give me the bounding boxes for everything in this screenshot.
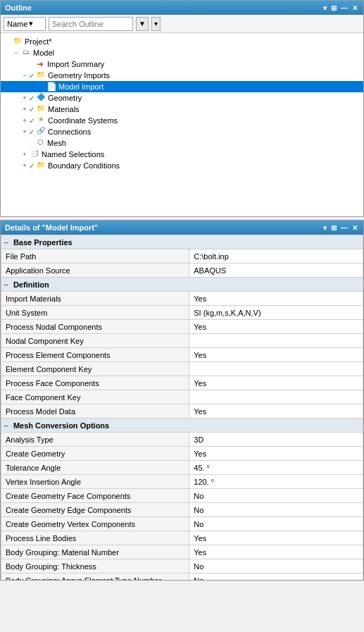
row-process-face: Process Face Components Yes bbox=[1, 376, 363, 390]
prop-value-element-key[interactable] bbox=[189, 362, 363, 376]
tree-item-connections[interactable]: + ✓ 🔗 Connections bbox=[1, 126, 363, 137]
row-create-geometry: Create Geometry Yes bbox=[1, 447, 363, 461]
tree-item-mesh[interactable]: ⬡ Mesh bbox=[1, 137, 363, 149]
prop-value-vertex-insertion[interactable]: 120. ° bbox=[189, 475, 363, 489]
prop-name-unit-system: Unit System bbox=[1, 306, 189, 320]
details-title-text: Details of "Model Import" bbox=[5, 223, 98, 232]
row-create-vertex-comp: Create Geometry Vertex Components No bbox=[1, 517, 363, 531]
row-process-model: Process Model Data Yes bbox=[1, 404, 363, 419]
dock-btn[interactable]: ⊞ bbox=[330, 4, 338, 12]
prop-name-app-source: Application Source bbox=[1, 264, 189, 278]
folder-icon-3: 📁 bbox=[35, 104, 46, 114]
prop-value-tolerance-angle[interactable]: 45. ° bbox=[189, 461, 363, 475]
section-base-properties[interactable]: − Base Properties bbox=[1, 235, 363, 249]
prop-value-create-edge-comp[interactable]: No bbox=[189, 503, 363, 517]
outline-title-label: Outline bbox=[5, 4, 32, 12]
expand-materials[interactable]: + bbox=[20, 106, 29, 113]
extra-button[interactable]: ▾ bbox=[151, 17, 161, 31]
bc-icon: 📁 bbox=[35, 161, 46, 171]
pin-btn[interactable]: ▾ bbox=[322, 4, 328, 12]
model-icon: 🗂 bbox=[20, 48, 32, 58]
prop-name-import-materials: Import Materials bbox=[1, 292, 189, 306]
outline-title-actions: ▾ ⊞ — ✕ bbox=[322, 4, 359, 12]
details-pin-btn[interactable]: ▾ bbox=[322, 224, 328, 232]
check-icon-geometry-imports: ✓ bbox=[29, 72, 34, 80]
prop-value-body-grouping-thickness[interactable]: No bbox=[189, 559, 363, 574]
tree-label-model-import: Model Import bbox=[58, 82, 103, 91]
filter-button[interactable]: ▼ bbox=[136, 17, 149, 31]
prop-value-process-model[interactable]: Yes bbox=[189, 404, 363, 419]
row-import-materials: Import Materials Yes bbox=[1, 292, 363, 306]
minimize-btn[interactable]: — bbox=[339, 4, 349, 12]
expand-connections[interactable]: + bbox=[20, 128, 29, 135]
tree-item-geometry-imports[interactable]: − ✓ 📁 Geometry Imports bbox=[1, 70, 363, 81]
prop-value-app-source[interactable]: ABAQUS bbox=[189, 264, 363, 278]
prop-value-create-face-comp[interactable]: No bbox=[189, 489, 363, 503]
row-face-key: Face Component Key bbox=[1, 390, 363, 404]
tree-item-boundary-conditions[interactable]: + ✓ 📁 Boundary Conditions bbox=[1, 160, 363, 171]
collapse-base-icon: − bbox=[4, 239, 8, 247]
name-dropdown-label: Name bbox=[7, 20, 27, 28]
tree-item-geometry[interactable]: + ✓ 🔷 Geometry bbox=[1, 92, 363, 104]
row-vertex-insertion: Vertex Insertion Angle 120. ° bbox=[1, 475, 363, 489]
section-mesh-conversion[interactable]: − Mesh Conversion Options bbox=[1, 419, 363, 433]
tree-item-coordinate-systems[interactable]: + ✓ ✳ Coordinate Systems bbox=[1, 115, 363, 126]
tree-item-project[interactable]: 📁 Project* bbox=[1, 36, 363, 47]
name-dropdown[interactable]: Name ▾ bbox=[4, 17, 46, 31]
prop-name-create-face-comp: Create Geometry Face Components bbox=[1, 489, 189, 503]
row-nodal-key: Nodal Component Key bbox=[1, 334, 363, 348]
details-minimize-btn[interactable]: — bbox=[339, 224, 349, 232]
section-base-label: Base Properties bbox=[13, 238, 73, 247]
tree-item-model-import[interactable]: 📄 Model Import bbox=[1, 81, 363, 92]
outline-toolbar: Name ▾ ▼ ▾ bbox=[1, 15, 363, 33]
prop-name-vertex-insertion: Vertex Insertion Angle bbox=[1, 475, 189, 489]
prop-name-process-model: Process Model Data bbox=[1, 404, 189, 419]
prop-value-process-element[interactable]: Yes bbox=[189, 348, 363, 362]
prop-value-analysis-type[interactable]: 3D bbox=[189, 433, 363, 447]
prop-name-file-path: File Path bbox=[1, 249, 189, 264]
prop-value-nodal-key[interactable] bbox=[189, 334, 363, 348]
prop-value-process-nodal[interactable]: Yes bbox=[189, 320, 363, 334]
details-dock-btn[interactable]: ⊞ bbox=[330, 224, 338, 232]
details-title-actions: ▾ ⊞ — ✕ bbox=[322, 224, 359, 232]
prop-value-face-key[interactable] bbox=[189, 390, 363, 404]
prop-value-create-vertex-comp[interactable]: No bbox=[189, 517, 363, 531]
details-properties: − Base Properties File Path C:\bolt.inp … bbox=[1, 235, 363, 580]
section-definition[interactable]: − Definition bbox=[1, 278, 363, 292]
expand-geometry[interactable]: + bbox=[20, 94, 29, 101]
prop-value-import-materials[interactable]: Yes bbox=[189, 292, 363, 306]
tree-item-named-selections[interactable]: + 📑 Named Selections bbox=[1, 149, 363, 160]
check-icon-materials: ✓ bbox=[29, 106, 34, 113]
expand-model[interactable]: − bbox=[12, 49, 20, 56]
expand-geometry-imports[interactable]: − bbox=[20, 72, 29, 79]
section-mesh-label: Mesh Conversion Options bbox=[13, 421, 109, 430]
expand-named-selections[interactable]: + bbox=[20, 151, 29, 158]
mesh-icon: ⬡ bbox=[34, 138, 46, 148]
prop-value-file-path[interactable]: C:\bolt.inp bbox=[189, 249, 363, 264]
close-btn[interactable]: ✕ bbox=[351, 4, 359, 12]
prop-name-process-face: Process Face Components bbox=[1, 376, 189, 390]
prop-value-body-grouping-material[interactable]: Yes bbox=[189, 545, 363, 559]
prop-name-body-grouping-ansys: Body Grouping: Ansys Element Type Number bbox=[1, 574, 189, 581]
tree-item-materials[interactable]: + ✓ 📁 Materials bbox=[1, 104, 363, 115]
prop-value-process-face[interactable]: Yes bbox=[189, 376, 363, 390]
tree-item-model[interactable]: − 🗂 Model bbox=[1, 47, 363, 58]
expand-boundary-conditions[interactable]: + bbox=[20, 162, 29, 169]
details-close-btn[interactable]: ✕ bbox=[351, 224, 359, 232]
check-icon-coord: ✓ bbox=[29, 117, 34, 125]
expand-coordinate-systems[interactable]: + bbox=[20, 117, 29, 124]
check-icon-bc: ✓ bbox=[29, 162, 34, 170]
row-analysis-type: Analysis Type 3D bbox=[1, 433, 363, 447]
tree-item-import-summary[interactable]: ➜ Import Summary bbox=[1, 58, 363, 70]
filter-icon: ▼ bbox=[139, 20, 146, 27]
prop-name-process-nodal: Process Nodal Components bbox=[1, 320, 189, 334]
search-input[interactable] bbox=[49, 17, 133, 31]
prop-value-process-line-bodies[interactable]: Yes bbox=[189, 531, 363, 545]
row-body-grouping-thickness: Body Grouping: Thickness No bbox=[1, 559, 363, 574]
prop-name-element-key: Element Component Key bbox=[1, 362, 189, 376]
prop-value-unit-system[interactable]: SI (kg,m,s,K,A,N,V) bbox=[189, 306, 363, 320]
prop-value-create-geometry[interactable]: Yes bbox=[189, 447, 363, 461]
row-file-path: File Path C:\bolt.inp bbox=[1, 249, 363, 264]
properties-table: − Base Properties File Path C:\bolt.inp … bbox=[1, 235, 363, 580]
prop-value-body-grouping-ansys[interactable]: No bbox=[189, 574, 363, 581]
